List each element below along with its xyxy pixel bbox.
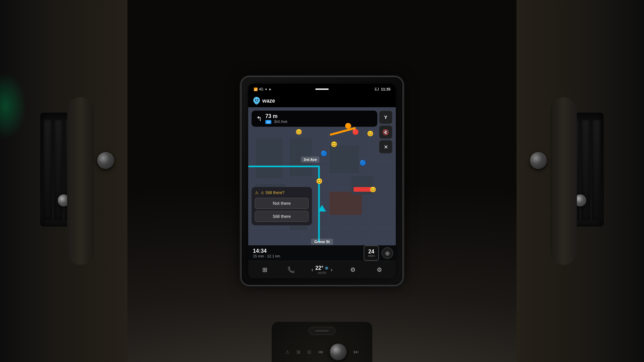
status-left: 📶 4G ✦ ➤ [254,87,271,91]
user-emoji-4: 🔵 [360,160,366,166]
bottom-console: ⚠ ⊞ ⊟ ⏮ ⏭ [272,322,372,362]
svg-point-2 [257,99,258,101]
grid-control-icon[interactable]: ⊟ [307,349,311,355]
grove-st-label: Grove St [311,239,333,245]
recenter-icon: ◎ [385,250,389,256]
bluetooth-icon: ✦ [265,87,267,91]
user-emoji-1: 😊 [331,141,337,147]
user-emoji-5: 🔵 [321,150,327,157]
bottom-info-bar: 14:34 15 min · 12.1 km 24 KM/H ◎ [248,245,396,261]
time-display: 11:35 [381,87,390,91]
eta-time: 14:34 [253,248,280,254]
user-emoji-2: 😊 [296,129,302,135]
user-initials: EJ [375,87,379,91]
route-line-horizontal [248,166,319,167]
prev-control-icon[interactable]: ⏮ [318,349,323,355]
left-leather-trim [67,97,94,265]
system-bar: ⊞ 📞 ‹ 22° ❄ AUTO [248,261,396,278]
filter-icon: Y [384,115,387,120]
road-name: 3rd Ave [274,119,287,124]
status-right: EJ 11:35 [375,87,390,91]
speed-badge: 24 KM/H [364,245,379,261]
turn-arrow-icon: ↰ [256,115,262,123]
settings-button[interactable]: ⚙ [373,264,385,276]
phone-screen: 📶 4G ✦ ➤ EJ 11:35 [248,84,396,278]
road-badge: 26 [265,120,271,124]
right-leather-trim [550,97,577,265]
ambient-light-left [0,72,27,139]
snowflake-icon: ❄ [325,265,329,271]
volume-button[interactable]: 🔇 [379,125,392,139]
warning-control-icon[interactable]: ⚠ [285,349,290,355]
app-name-label: waze [262,98,275,104]
nav-distance: 73 m [265,113,287,119]
nav-instruction-bar: ↰ 73 m 26 3rd Ave [252,111,377,127]
svg-point-0 [253,97,260,104]
map-controls: Y 🔇 ✕ [379,111,392,154]
signal-type: 4G [259,87,263,91]
popup-title-text: ⚠ Still there? [261,190,284,195]
user-emoji-6: 😊 [316,178,323,184]
route-line-vertical [318,166,320,242]
filter-button[interactable]: Y [379,111,392,124]
close-icon: ✕ [384,144,388,150]
nav-details: 73 m 26 3rd Ave [265,113,287,124]
nav-road: 26 3rd Ave [265,119,287,124]
still-there-button[interactable]: Still there [255,211,309,222]
steering-icon: ⚙ [350,266,356,274]
info-marker: 🟠 [345,123,352,129]
eta-info: 14:34 15 min · 12.1 km [253,248,280,258]
map-area[interactable]: 😊 ↰ 73 m 26 3rd Ave [248,107,396,261]
right-knob[interactable] [530,152,547,169]
building-block-red [329,192,362,215]
speed-unit: KM/H [368,254,375,257]
traffic-block: 😊 [354,187,374,192]
phone-button[interactable]: 📞 [285,264,297,276]
console-button[interactable] [309,327,335,335]
gps-icon: ➤ [269,87,271,91]
car-interior: 📶 4G ✦ ➤ EJ 11:35 [0,0,644,362]
signal-icon: 📶 [254,87,258,91]
climate-control: ‹ 22° ❄ AUTO › [312,265,333,275]
steering-button[interactable]: ⚙ [347,264,359,276]
trip-info: 15 min · 12.1 km [253,254,280,258]
svg-point-1 [255,99,256,101]
console-grip [315,330,329,331]
volume-icon: 🔇 [382,129,389,135]
waze-logo: waze [253,97,275,105]
next-control-icon[interactable]: ⏭ [354,349,359,355]
notch-bar [315,88,329,90]
steering-controls: ⚠ ⊞ ⊟ ⏮ ⏭ [285,344,359,360]
speed-value: 24 [368,249,374,254]
user-location-marker [318,205,326,212]
temp-readout: 22° ❄ AUTO [315,265,329,275]
close-button[interactable]: ✕ [379,140,392,154]
display-frame: 📶 4G ✦ ➤ EJ 11:35 [248,84,396,278]
third-ave-label: 3rd Ave [301,157,320,163]
temp-value: 22° [315,265,323,271]
center-console-knob[interactable] [330,344,347,360]
home-button[interactable]: ⊞ [259,264,271,276]
temp-right-arrow[interactable]: › [331,267,332,273]
hazard-marker: 🔴 [352,129,359,135]
not-there-button[interactable]: Not there [255,198,309,209]
status-bar: 📶 4G ✦ ➤ EJ 11:35 [248,84,396,95]
waze-logo-icon [253,97,260,105]
climate-mode: AUTO [315,271,329,275]
phone-icon: 📞 [287,266,295,274]
home-icon: ⊞ [262,266,267,274]
left-panel [0,0,127,362]
user-emoji-3: 😊 [367,130,374,137]
display-surround: 📶 4G ✦ ➤ EJ 11:35 [241,77,402,285]
left-knob[interactable] [97,152,114,169]
waze-header: waze [248,95,396,107]
recenter-button[interactable]: ◎ [382,247,393,259]
popup-title: ⚠ ⚠ Still there? [255,190,309,195]
temp-left-arrow[interactable]: ‹ [312,267,313,273]
building-block [329,146,359,173]
settings-icon: ⚙ [377,266,382,274]
menu-control-icon[interactable]: ⊞ [297,349,301,355]
warning-icon: ⚠ [255,190,259,195]
right-panel [517,0,644,362]
still-there-popup: ⚠ ⚠ Still there? Not there Still there [252,187,312,225]
